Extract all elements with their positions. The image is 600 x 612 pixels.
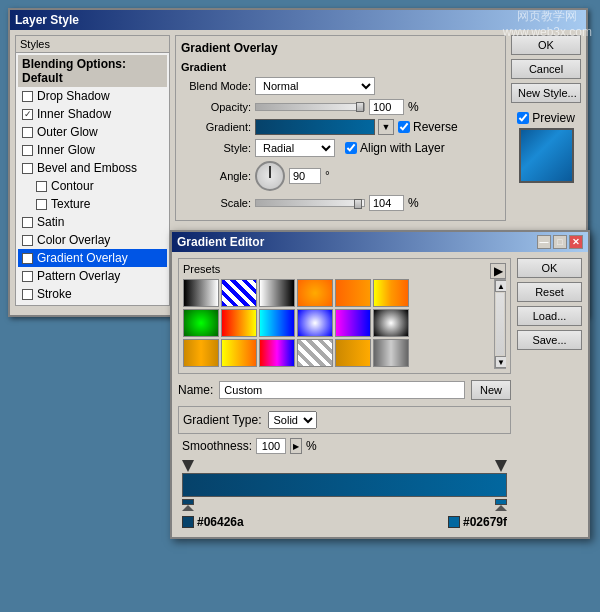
gradient-load-btn[interactable]: Load... [517, 306, 582, 326]
inner-glow-item[interactable]: Inner Glow [18, 141, 167, 159]
right-color-label: #02679f [448, 515, 507, 529]
angle-dial[interactable] [255, 161, 285, 191]
preset-1[interactable] [183, 279, 219, 307]
blending-options-item[interactable]: Blending Options: Default [18, 55, 167, 87]
preset-11[interactable] [335, 309, 371, 337]
color-labels: #06426a #02679f [178, 513, 511, 531]
style-select[interactable]: Radial [255, 139, 335, 157]
preset-18[interactable] [373, 339, 409, 367]
inner-shadow-checkbox[interactable]: ✓ [22, 109, 33, 120]
contour-checkbox[interactable] [36, 181, 47, 192]
inner-glow-checkbox[interactable] [22, 145, 33, 156]
color-overlay-checkbox[interactable] [22, 235, 33, 246]
scroll-down[interactable]: ▼ [495, 356, 506, 368]
preset-3[interactable] [259, 279, 295, 307]
outer-glow-checkbox[interactable] [22, 127, 33, 138]
texture-item[interactable]: Texture [18, 195, 167, 213]
name-input[interactable] [219, 381, 465, 399]
smoothness-input[interactable] [256, 438, 286, 454]
gradient-editor-titlebar: Gradient Editor — □ ✕ [172, 232, 588, 252]
angle-input[interactable] [289, 168, 321, 184]
gradient-overlay-item[interactable]: ✓ Gradient Overlay [18, 249, 167, 267]
gradient-type-select[interactable]: Solid [268, 411, 317, 429]
right-color-swatch[interactable] [448, 516, 460, 528]
blending-options-label: Blending Options: Default [22, 57, 163, 85]
gradient-preview[interactable] [255, 119, 375, 135]
preset-9[interactable] [259, 309, 295, 337]
gradient-reset-btn[interactable]: Reset [517, 282, 582, 302]
align-layer-label[interactable]: Align with Layer [345, 141, 445, 155]
close-btn[interactable]: ✕ [569, 235, 583, 249]
cancel-button[interactable]: Cancel [511, 59, 581, 79]
pattern-overlay-checkbox[interactable] [22, 271, 33, 282]
preset-8[interactable] [221, 309, 257, 337]
watermark-line1: 网页教学网 [503, 8, 592, 25]
satin-item[interactable]: Satin [18, 213, 167, 231]
gradient-editor-dialog: Gradient Editor — □ ✕ Presets ▶ [170, 230, 590, 539]
gradient-bar-large[interactable] [182, 473, 507, 497]
preset-6[interactable] [373, 279, 409, 307]
contour-label: Contour [51, 179, 94, 193]
reverse-checkbox-label[interactable]: Reverse [398, 120, 458, 134]
opacity-stop-right[interactable] [495, 460, 507, 472]
inner-shadow-item[interactable]: ✓ Inner Shadow [18, 105, 167, 123]
new-gradient-btn[interactable]: New [471, 380, 511, 400]
gradient-save-btn[interactable]: Save... [517, 330, 582, 350]
preset-14[interactable] [221, 339, 257, 367]
contour-item[interactable]: Contour [18, 177, 167, 195]
color-overlay-item[interactable]: Color Overlay [18, 231, 167, 249]
new-style-button[interactable]: New Style... [511, 83, 581, 103]
titlebar-controls: — □ ✕ [537, 235, 583, 249]
gradient-type-inner: Gradient Type: Solid [183, 411, 506, 429]
preset-2[interactable] [221, 279, 257, 307]
color-stop-right[interactable] [495, 499, 507, 511]
bevel-emboss-item[interactable]: Bevel and Emboss [18, 159, 167, 177]
scale-input[interactable] [369, 195, 404, 211]
preset-15[interactable] [259, 339, 295, 367]
preset-16[interactable] [297, 339, 333, 367]
drop-shadow-checkbox[interactable] [22, 91, 33, 102]
minimize-btn[interactable]: — [537, 235, 551, 249]
gradient-type-label: Gradient Type: [183, 413, 262, 427]
pattern-overlay-item[interactable]: Pattern Overlay [18, 267, 167, 285]
align-layer-checkbox[interactable] [345, 142, 357, 154]
preset-17[interactable] [335, 339, 371, 367]
presets-expand-btn[interactable]: ▶ [490, 263, 506, 279]
preview-checkbox[interactable] [517, 112, 529, 124]
maximize-btn[interactable]: □ [553, 235, 567, 249]
preset-7[interactable] [183, 309, 219, 337]
reverse-checkbox[interactable] [398, 121, 410, 133]
preset-5[interactable] [335, 279, 371, 307]
smoothness-arrow[interactable]: ▶ [290, 438, 302, 454]
stroke-item[interactable]: Stroke [18, 285, 167, 303]
left-color-swatch[interactable] [182, 516, 194, 528]
preset-10[interactable] [297, 309, 333, 337]
texture-checkbox[interactable] [36, 199, 47, 210]
opacity-input[interactable] [369, 99, 404, 115]
gradient-ok-btn[interactable]: OK [517, 258, 582, 278]
gradient-dropdown-btn[interactable]: ▼ [378, 119, 394, 135]
outer-glow-item[interactable]: Outer Glow [18, 123, 167, 141]
color-stop-left[interactable] [182, 499, 194, 511]
preset-13[interactable] [183, 339, 219, 367]
gradient-editor-title: Gradient Editor [177, 235, 264, 249]
preview-checkbox-label[interactable]: Preview [517, 111, 575, 125]
drop-shadow-item[interactable]: Drop Shadow [18, 87, 167, 105]
blend-mode-select[interactable]: Normal [255, 77, 375, 95]
gradient-overlay-checkbox[interactable]: ✓ [22, 253, 33, 264]
opacity-stop-left[interactable] [182, 460, 194, 472]
preset-12[interactable] [373, 309, 409, 337]
satin-checkbox[interactable] [22, 217, 33, 228]
scroll-up[interactable]: ▲ [495, 280, 506, 292]
gradient-row: Gradient: ▼ Reverse [181, 119, 500, 135]
bevel-emboss-checkbox[interactable] [22, 163, 33, 174]
gradient-subtitle: Gradient [181, 61, 500, 73]
smoothness-row: Smoothness: ▶ % [178, 438, 511, 454]
opacity-label: Opacity: [181, 101, 251, 113]
presets-scrollbar[interactable]: ▲ ▼ [494, 279, 506, 369]
opacity-slider[interactable] [255, 103, 365, 111]
preset-4[interactable] [297, 279, 333, 307]
stroke-checkbox[interactable] [22, 289, 33, 300]
scale-slider[interactable] [255, 199, 365, 207]
pattern-overlay-label: Pattern Overlay [37, 269, 120, 283]
